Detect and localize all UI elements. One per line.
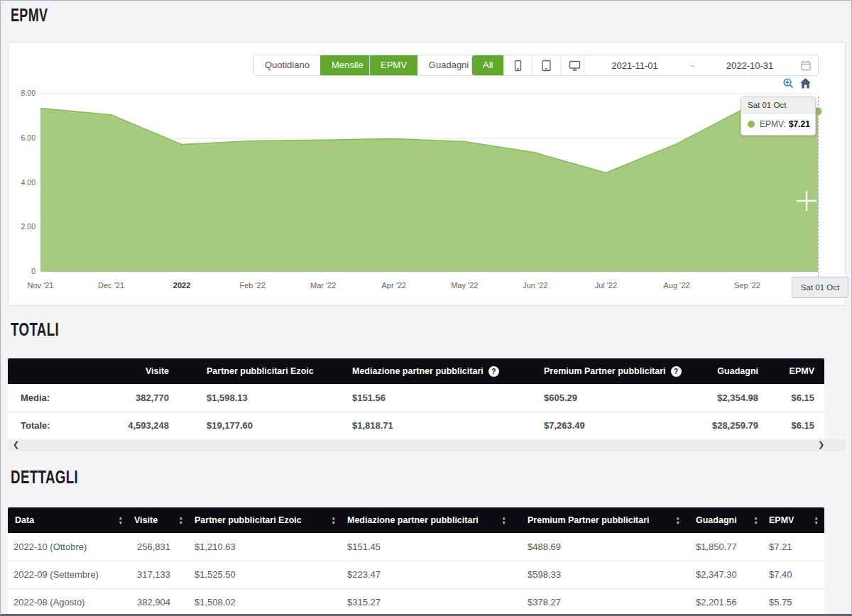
col-visite[interactable]: Visite — [134, 515, 158, 525]
y-axis-tick: 8.00 — [9, 89, 36, 99]
crosshair-axis-label: Sat 01 Oct — [792, 277, 848, 298]
device-mobile-button[interactable] — [503, 55, 532, 75]
mobile-icon — [512, 60, 524, 72]
device-filter-group: All — [471, 55, 589, 76]
totals-heading: TOTALI — [11, 319, 59, 341]
x-axis-tick: Jun '22 — [507, 281, 564, 290]
sort-icon: ▲▼ — [814, 516, 819, 524]
date-range-separator: ~ — [685, 60, 699, 71]
col-premium-partners: Premium Partner pubblicitari — [544, 366, 666, 376]
details-row-2022-10: 2022-10 (Ottobre) 256,831 $1,210.63 $151… — [8, 533, 824, 561]
details-header-row: Data▲▼ Visite▲▼ Partner pubblicitari Ezo… — [8, 507, 824, 533]
metric-earnings-button[interactable]: Guadagni — [417, 55, 479, 75]
scroll-left-icon[interactable]: ❮ — [13, 440, 19, 449]
tooltip-series-label: EPMV: — [760, 119, 786, 129]
date-range-picker[interactable]: 2021-11-01 ~ 2022-10-31 — [584, 55, 819, 76]
details-row-2022-09: 2022-09 (Settembre) 317,133 $1,525.50 $2… — [8, 561, 824, 588]
x-axis-tick: Apr '22 — [366, 281, 422, 290]
col-ezoic-ad-partners: Partner pubblicitari Ezoic — [207, 366, 314, 376]
col-mediation-partners[interactable]: Mediazione partner pubblicitari — [347, 515, 479, 525]
device-tablet-button[interactable] — [532, 55, 560, 75]
x-axis-tick: May '22 — [436, 281, 493, 290]
crosshair-line — [818, 97, 819, 277]
tooltip-value: $7.21 — [789, 119, 810, 129]
sort-icon: ▲▼ — [502, 516, 506, 524]
col-mediation-partners: Mediazione partner pubblicitari — [352, 366, 484, 376]
col-guadagni[interactable]: Guadagni — [696, 515, 737, 525]
totals-media-row: Media: 382,770 $1,598.13 $151.56 $605.29… — [8, 384, 824, 412]
x-axis-tick: Aug '22 — [648, 281, 705, 290]
y-axis-tick: 4.00 — [9, 178, 36, 188]
desktop-icon — [569, 60, 581, 72]
col-data[interactable]: Data — [15, 515, 34, 525]
details-heading: DETTAGLI — [11, 466, 78, 488]
page-title: EPMV — [11, 5, 48, 26]
chart-toolbar — [782, 77, 812, 92]
x-axis-tick: Dec '21 — [83, 281, 140, 290]
totals-table: Visite Partner pubblicitari Ezoic Mediaz… — [8, 358, 824, 440]
zoom-in-icon[interactable] — [782, 77, 794, 92]
details-table: Data▲▼ Visite▲▼ Partner pubblicitari Ezo… — [8, 507, 824, 616]
totals-header-row: Visite Partner pubblicitari Ezoic Mediaz… — [8, 358, 824, 384]
y-axis-tick: 6.00 — [9, 133, 36, 143]
y-axis-tick: 0 — [9, 267, 36, 277]
x-axis-tick: 2022 — [153, 281, 210, 290]
frequency-daily-button[interactable]: Quotidiano — [254, 55, 320, 75]
epmv-area-chart[interactable] — [40, 94, 818, 273]
col-premium-partners[interactable]: Premium Partner pubblicitari — [528, 515, 650, 525]
sort-icon: ▲▼ — [754, 516, 758, 524]
x-axis-tick: Feb '22 — [224, 281, 281, 290]
epmv-dashboard: EPMV Quotidiano Mensile EPMV Guadagni Al… — [0, 0, 852, 616]
x-axis-tick: Sep '22 — [719, 281, 775, 290]
sort-icon: ▲▼ — [332, 516, 336, 524]
tooltip-date: Sat 01 Oct — [741, 97, 815, 114]
col-guadagni: Guadagni — [717, 366, 758, 376]
metric-epmv-button[interactable]: EPMV — [370, 55, 417, 75]
x-axis-tick: Mar '22 — [295, 281, 351, 290]
device-all-button[interactable]: All — [472, 55, 503, 75]
x-axis-tick: Nov '21 — [12, 281, 69, 290]
col-epmv: EPMV — [790, 366, 814, 376]
calendar-icon — [800, 60, 812, 71]
frequency-monthly-button[interactable]: Mensile — [320, 55, 374, 75]
help-icon[interactable]: ? — [488, 366, 499, 377]
y-axis-tick: 2.00 — [9, 222, 36, 232]
scroll-right-icon[interactable]: ❯ — [818, 440, 824, 449]
x-axis-tick: Jul '22 — [577, 281, 634, 290]
date-to-value[interactable]: 2022-10-31 — [699, 60, 800, 71]
totals-totale-row: Totale: 4,593,248 $19,177.60 $1,818.71 $… — [8, 412, 824, 439]
table-scrollbar[interactable]: ❮ ❯ — [8, 439, 846, 451]
frequency-toggle-group: Quotidiano Mensile — [253, 55, 375, 76]
series-dot-icon — [748, 121, 755, 128]
date-from-value[interactable]: 2021-11-01 — [584, 60, 685, 71]
sort-icon: ▲▼ — [676, 516, 680, 524]
sort-icon: ▲▼ — [179, 516, 183, 524]
metric-toggle-group: EPMV Guadagni — [369, 55, 480, 76]
col-visite: Visite — [146, 366, 169, 376]
chart-tooltip: Sat 01 Oct EPMV: $7.21 — [741, 97, 816, 136]
help-icon[interactable]: ? — [671, 366, 682, 377]
col-ezoic-ad-partners[interactable]: Partner pubblicitari Ezoic — [195, 515, 302, 525]
sort-icon: ▲▼ — [119, 516, 123, 524]
tablet-icon — [540, 60, 552, 72]
col-epmv[interactable]: EPMV — [769, 515, 794, 525]
home-reset-icon[interactable] — [799, 77, 812, 92]
chart-card: Quotidiano Mensile EPMV Guadagni All — [8, 42, 846, 306]
crosshair-plus-cursor — [796, 190, 817, 214]
details-row-2022-08: 2022-08 (Agosto) 382,904 $1,508.02 $315.… — [8, 588, 824, 616]
